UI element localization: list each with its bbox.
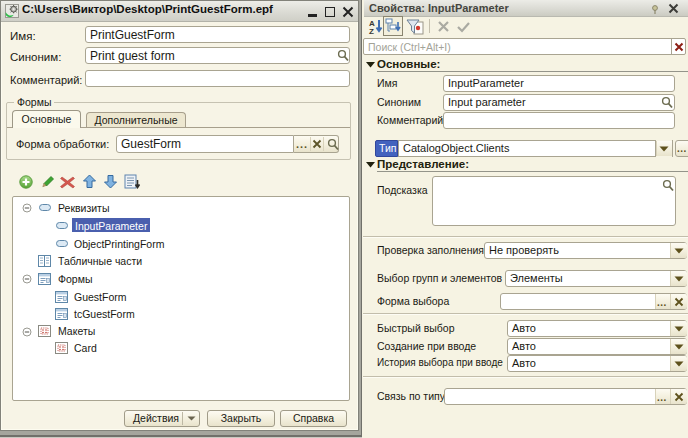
svg-text:Z: Z [369,27,374,35]
